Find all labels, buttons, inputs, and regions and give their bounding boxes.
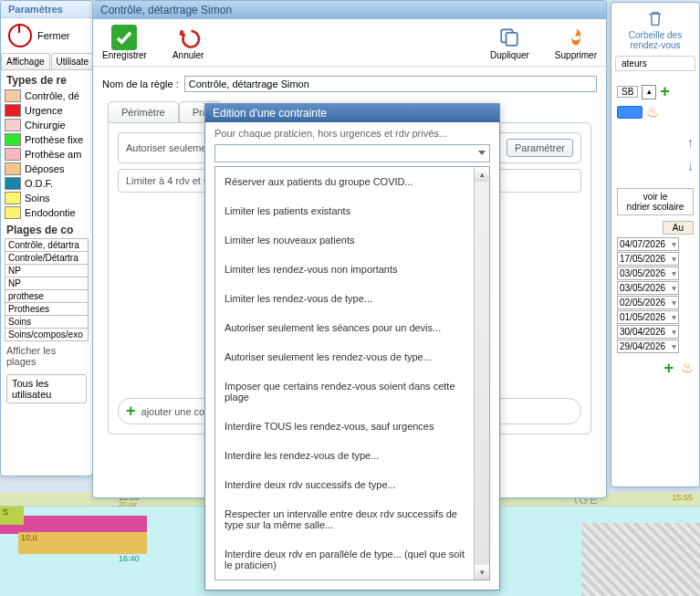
rule-name-input[interactable] (184, 76, 597, 92)
date-cell[interactable]: 01/05/2026▾ (617, 310, 679, 324)
tab-perimetre[interactable]: Périmètre (108, 101, 179, 122)
toggle-icon[interactable] (617, 106, 643, 119)
color-swatch (5, 104, 21, 117)
plage-item[interactable]: Controle/Détartra (5, 251, 89, 264)
arrow-up-icon[interactable]: ↑ (687, 135, 694, 150)
types-list: Contrôle, déUrgenceChirurgieProthèse fix… (1, 89, 92, 220)
type-item[interactable]: Contrôle, dé (5, 89, 89, 103)
type-item[interactable]: Chirurgie (5, 118, 89, 132)
dropdown-option[interactable]: Interdire les rendez-vous de type... (215, 441, 489, 470)
power-icon (8, 24, 32, 47)
date-cell[interactable]: 03/05/2026▾ (617, 281, 679, 295)
all-users[interactable]: Tous les utilisateu (6, 374, 87, 403)
plage-item[interactable]: Soins (5, 315, 89, 328)
dropdown-option[interactable]: Limiter les patients existants (215, 196, 489, 225)
chevron-down-icon[interactable]: ▾ (672, 341, 676, 351)
dropdown-option[interactable]: Réserver aux patients du groupe COVID... (215, 167, 489, 196)
plage-item[interactable]: Protheses (5, 302, 89, 315)
arrow-down-icon[interactable]: ↓ (687, 159, 694, 173)
date-cell[interactable]: 02/05/2026▾ (617, 296, 679, 309)
cancel-button[interactable]: Annuler (172, 25, 204, 60)
color-swatch (5, 148, 21, 161)
constraint-editor-popup: Edition d'une contrainte Pour chaque pra… (204, 103, 500, 591)
type-item[interactable]: Prothèse fixe (5, 132, 89, 147)
type-item[interactable]: Déposes (5, 162, 89, 176)
color-swatch (5, 206, 21, 219)
date-cell[interactable]: 04/07/2026▾ (617, 237, 679, 251)
color-swatch (5, 162, 21, 175)
dropdown-option[interactable]: Autoriser seulement les séances pour un … (215, 313, 489, 342)
chevron-down-icon[interactable]: ▾ (672, 254, 676, 264)
au-cell[interactable]: Au (663, 221, 694, 235)
dropdown-option[interactable]: Limiter les rendez-vous non importants (215, 255, 489, 284)
constraint-type-combo[interactable] (214, 144, 490, 162)
chevron-up-icon[interactable]: ▴ (642, 85, 656, 99)
date-cell[interactable]: 30/04/2026▾ (617, 325, 679, 339)
check-icon (111, 25, 137, 50)
flame-icon-2[interactable]: ♨ (681, 359, 694, 378)
duplicate-icon (496, 25, 522, 50)
delete-button[interactable]: Supprimer (555, 25, 597, 60)
type-item[interactable]: Endodontie (5, 205, 89, 220)
parameters-title: Paramètres (1, 1, 92, 18)
plus-icon-2[interactable]: + (663, 359, 674, 378)
plages-list: Contrôle, détartraControle/DétartraNPNPp… (1, 238, 92, 341)
close-label: Fermer (37, 30, 69, 41)
date-cell[interactable]: 29/04/2026▾ (617, 340, 679, 353)
chevron-down-icon[interactable]: ▾ (672, 283, 676, 293)
type-item[interactable]: Soins (5, 191, 89, 205)
date-cell[interactable]: 03/05/2026▾ (617, 267, 679, 280)
tab-ateurs[interactable]: ateurs (615, 56, 695, 71)
row-sb: SB ▴ + (617, 82, 694, 101)
tab-utilisateurs[interactable]: Utilisate (51, 53, 95, 69)
popup-hint: Pour chaque praticien, hors urgences et … (205, 122, 499, 144)
rule-name-label: Nom de la règle : (102, 78, 179, 89)
color-swatch (5, 119, 21, 131)
plus-add-icon: + (126, 402, 136, 421)
chevron-down-icon[interactable]: ▾ (672, 327, 676, 337)
dates-list: 04/07/2026▾17/05/2026▾03/05/2026▾03/05/2… (617, 237, 694, 353)
flame-delete-icon (563, 25, 589, 50)
flame-icon[interactable]: ♨ (646, 103, 659, 120)
popup-title: Edition d'une contrainte (205, 104, 499, 122)
dropdown-options: Réserver aux patients du groupe COVID...… (215, 167, 489, 580)
plage-item[interactable]: prothese (5, 289, 89, 302)
type-item[interactable]: Urgence (5, 103, 89, 118)
dropdown-option[interactable]: Interdire deux rdv successifs de type... (215, 470, 489, 499)
scroll-down-icon[interactable]: ▾ (475, 565, 489, 580)
color-swatch (5, 89, 21, 102)
save-button[interactable]: Enregistrer (102, 25, 147, 60)
chevron-down-icon[interactable]: ▾ (672, 298, 676, 308)
dropdown-option[interactable]: Limiter les rendez-vous de type... (215, 284, 489, 313)
date-cell[interactable]: 17/05/2026▾ (617, 252, 679, 266)
plage-item[interactable]: Soins/compos/exo (5, 328, 89, 341)
chevron-down-icon[interactable]: ▾ (672, 239, 676, 249)
color-swatch (5, 177, 21, 190)
color-swatch (5, 133, 21, 146)
close-row[interactable]: Fermer (1, 18, 92, 53)
dropdown-option[interactable]: Interdire deux rdv en parallèle de type.… (215, 539, 489, 580)
dropdown-option[interactable]: Respecter un intervalle entre deux rdv s… (215, 499, 489, 539)
type-item[interactable]: Prothèse am (5, 147, 89, 162)
parametrer-button[interactable]: Paramétrer (507, 139, 573, 157)
tab-affichage[interactable]: Affichage (1, 53, 50, 69)
type-item[interactable]: O.D.F. (5, 176, 89, 191)
plage-item[interactable]: NP (5, 264, 89, 277)
parameters-window: Paramètres Fermer Affichage Utilisate Ty… (0, 0, 93, 476)
trash-appointments[interactable]: Corbeille des rendez-vous (611, 3, 699, 56)
dropdown-option[interactable]: Imposer que certains rendez-vous soient … (215, 371, 489, 412)
dropdown-option[interactable]: Autoriser seulement les rendez-vous de t… (215, 342, 489, 371)
duplicate-button[interactable]: Dupliquer (490, 25, 529, 60)
plage-item[interactable]: NP (5, 277, 89, 289)
school-calendar[interactable]: voir le ndrier scolaire (617, 188, 694, 215)
dropdown-option[interactable]: Interdire TOUS les rendez-vous, sauf urg… (215, 412, 489, 441)
plage-item[interactable]: Contrôle, détartra (5, 238, 89, 251)
plus-icon[interactable]: + (660, 82, 670, 101)
toolbar: Enregistrer Annuler Dupliquer Supprimer (93, 19, 606, 67)
dropdown-option[interactable]: Limiter les nouveaux patients (215, 225, 489, 255)
chevron-down-icon[interactable]: ▾ (672, 268, 676, 278)
color-swatch (5, 192, 21, 204)
scroll-up-icon[interactable]: ▴ (475, 167, 489, 182)
chevron-down-icon[interactable]: ▾ (672, 312, 676, 322)
scrollbar[interactable]: ▴ ▾ (474, 167, 489, 580)
